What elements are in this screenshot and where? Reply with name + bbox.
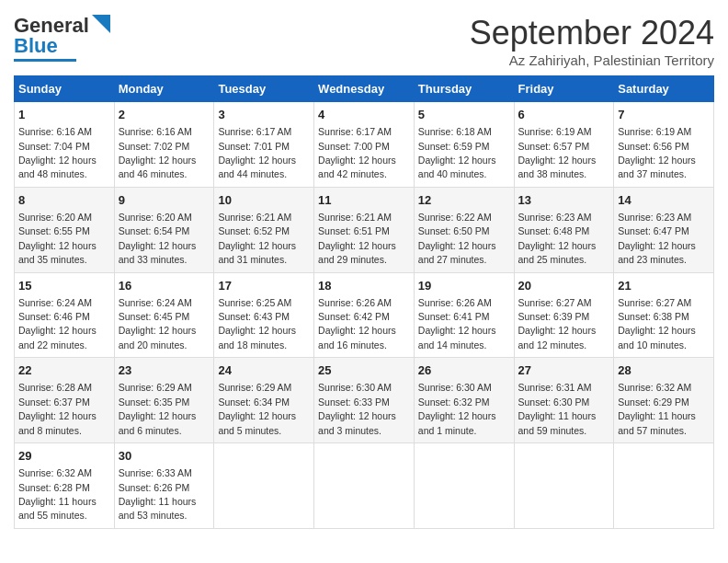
calendar-cell: 25 Sunrise: 6:30 AM Sunset: 6:33 PM Dayl…	[314, 358, 415, 443]
cell-sunrise: Sunrise: 6:26 AM	[318, 297, 392, 308]
header-wednesday: Wednesday	[314, 76, 415, 102]
logo-blue: Blue	[14, 34, 58, 58]
cell-sunset: Sunset: 6:55 PM	[18, 225, 90, 236]
day-number: 15	[18, 278, 110, 294]
day-number: 11	[318, 192, 410, 209]
cell-sunrise: Sunrise: 6:31 AM	[518, 382, 592, 393]
day-number: 7	[618, 107, 710, 123]
cell-sunset: Sunset: 7:02 PM	[119, 141, 190, 152]
calendar-cell	[214, 443, 314, 529]
cell-sunrise: Sunrise: 6:24 AM	[119, 297, 192, 308]
cell-sunrise: Sunrise: 6:16 AM	[119, 126, 192, 137]
cell-daylight: Daylight: 12 hours and 48 minutes.	[18, 155, 97, 179]
cell-sunrise: Sunrise: 6:19 AM	[618, 126, 691, 137]
cell-daylight: Daylight: 12 hours and 35 minutes.	[18, 240, 97, 265]
cell-sunset: Sunset: 6:52 PM	[218, 225, 290, 236]
cell-daylight: Daylight: 11 hours and 59 minutes.	[518, 410, 597, 435]
calendar-cell: 20 Sunrise: 6:27 AM Sunset: 6:39 PM Dayl…	[514, 272, 614, 358]
header-saturday: Saturday	[614, 76, 714, 102]
day-number: 18	[318, 278, 410, 294]
day-number: 3	[218, 107, 310, 123]
cell-sunrise: Sunrise: 6:29 AM	[119, 382, 192, 393]
day-number: 24	[218, 362, 310, 379]
cell-sunset: Sunset: 6:26 PM	[119, 482, 190, 493]
cell-sunrise: Sunrise: 6:28 AM	[18, 382, 92, 393]
calendar-cell: 11 Sunrise: 6:21 AM Sunset: 6:51 PM Dayl…	[314, 187, 415, 272]
day-number: 16	[119, 278, 210, 294]
calendar-cell: 2 Sunrise: 6:16 AM Sunset: 7:02 PM Dayli…	[114, 102, 214, 188]
cell-sunrise: Sunrise: 6:19 AM	[518, 126, 592, 137]
calendar-cell: 18 Sunrise: 6:26 AM Sunset: 6:42 PM Dayl…	[314, 272, 415, 358]
day-number: 27	[518, 362, 610, 379]
day-number: 22	[18, 362, 110, 379]
calendar-cell: 21 Sunrise: 6:27 AM Sunset: 6:38 PM Dayl…	[614, 272, 714, 358]
cell-daylight: Daylight: 12 hours and 18 minutes.	[218, 325, 296, 350]
calendar-cell	[314, 443, 415, 529]
cell-daylight: Daylight: 11 hours and 57 minutes.	[618, 410, 696, 435]
cell-daylight: Daylight: 12 hours and 1 minute.	[418, 410, 496, 435]
calendar-cell: 30 Sunrise: 6:33 AM Sunset: 6:26 PM Dayl…	[114, 443, 214, 529]
calendar-cell: 29 Sunrise: 6:32 AM Sunset: 6:28 PM Dayl…	[15, 443, 115, 529]
calendar-week-row: 8 Sunrise: 6:20 AM Sunset: 6:55 PM Dayli…	[15, 187, 714, 272]
header-monday: Monday	[114, 76, 214, 102]
calendar-week-row: 15 Sunrise: 6:24 AM Sunset: 6:46 PM Dayl…	[15, 272, 714, 358]
cell-sunrise: Sunrise: 6:16 AM	[18, 126, 92, 137]
day-number: 5	[418, 107, 510, 123]
cell-daylight: Daylight: 12 hours and 40 minutes.	[418, 155, 496, 179]
cell-daylight: Daylight: 12 hours and 29 minutes.	[318, 240, 396, 265]
cell-sunrise: Sunrise: 6:24 AM	[18, 297, 92, 308]
day-number: 30	[119, 448, 210, 465]
calendar-cell: 26 Sunrise: 6:30 AM Sunset: 6:32 PM Dayl…	[414, 358, 514, 443]
cell-daylight: Daylight: 12 hours and 38 minutes.	[518, 155, 597, 179]
calendar-cell: 6 Sunrise: 6:19 AM Sunset: 6:57 PM Dayli…	[514, 102, 614, 188]
cell-daylight: Daylight: 12 hours and 6 minutes.	[119, 410, 197, 435]
cell-daylight: Daylight: 12 hours and 3 minutes.	[318, 410, 396, 435]
calendar-cell: 22 Sunrise: 6:28 AM Sunset: 6:37 PM Dayl…	[15, 358, 115, 443]
header-thursday: Thursday	[414, 76, 514, 102]
cell-sunrise: Sunrise: 6:17 AM	[218, 126, 291, 137]
cell-daylight: Daylight: 12 hours and 12 minutes.	[518, 325, 597, 350]
cell-daylight: Daylight: 12 hours and 33 minutes.	[119, 240, 197, 265]
cell-sunrise: Sunrise: 6:17 AM	[318, 126, 392, 137]
cell-daylight: Daylight: 12 hours and 27 minutes.	[418, 240, 496, 265]
cell-daylight: Daylight: 12 hours and 46 minutes.	[119, 155, 197, 179]
calendar-cell: 19 Sunrise: 6:26 AM Sunset: 6:41 PM Dayl…	[414, 272, 514, 358]
day-number: 20	[518, 278, 610, 294]
cell-sunrise: Sunrise: 6:25 AM	[218, 297, 291, 308]
cell-sunrise: Sunrise: 6:32 AM	[18, 467, 92, 478]
day-number: 9	[119, 192, 210, 209]
calendar-header-row: SundayMondayTuesdayWednesdayThursdayFrid…	[15, 76, 714, 102]
calendar-cell: 24 Sunrise: 6:29 AM Sunset: 6:34 PM Dayl…	[214, 358, 314, 443]
day-number: 23	[119, 362, 210, 379]
cell-daylight: Daylight: 12 hours and 37 minutes.	[618, 155, 696, 179]
cell-sunset: Sunset: 6:56 PM	[618, 141, 689, 152]
cell-sunset: Sunset: 6:50 PM	[418, 225, 490, 236]
cell-sunrise: Sunrise: 6:30 AM	[318, 382, 392, 393]
cell-sunset: Sunset: 6:45 PM	[119, 311, 190, 322]
calendar-cell: 8 Sunrise: 6:20 AM Sunset: 6:55 PM Dayli…	[15, 187, 115, 272]
cell-sunset: Sunset: 6:42 PM	[318, 311, 390, 322]
day-number: 28	[618, 362, 710, 379]
cell-sunset: Sunset: 6:39 PM	[518, 311, 590, 322]
calendar-cell: 1 Sunrise: 6:16 AM Sunset: 7:04 PM Dayli…	[15, 102, 115, 188]
cell-sunset: Sunset: 6:48 PM	[518, 225, 590, 236]
calendar-cell: 13 Sunrise: 6:23 AM Sunset: 6:48 PM Dayl…	[514, 187, 614, 272]
logo: General Blue	[14, 14, 110, 62]
cell-daylight: Daylight: 12 hours and 8 minutes.	[18, 410, 97, 435]
location: Az Zahiriyah, Palestinian Territory	[470, 52, 714, 68]
calendar-cell	[514, 443, 614, 529]
logo-arrow-icon	[92, 15, 110, 33]
cell-sunrise: Sunrise: 6:26 AM	[418, 297, 492, 308]
calendar-cell: 17 Sunrise: 6:25 AM Sunset: 6:43 PM Dayl…	[214, 272, 314, 358]
cell-sunrise: Sunrise: 6:20 AM	[119, 212, 192, 223]
cell-daylight: Daylight: 12 hours and 44 minutes.	[218, 155, 296, 179]
calendar-cell: 28 Sunrise: 6:32 AM Sunset: 6:29 PM Dayl…	[614, 358, 714, 443]
cell-sunset: Sunset: 6:46 PM	[18, 311, 90, 322]
cell-sunrise: Sunrise: 6:18 AM	[418, 126, 492, 137]
header-friday: Friday	[514, 76, 614, 102]
cell-daylight: Daylight: 12 hours and 25 minutes.	[518, 240, 597, 265]
cell-sunrise: Sunrise: 6:27 AM	[618, 297, 691, 308]
calendar-cell: 14 Sunrise: 6:23 AM Sunset: 6:47 PM Dayl…	[614, 187, 714, 272]
day-number: 13	[518, 192, 610, 209]
cell-sunset: Sunset: 7:04 PM	[18, 141, 90, 152]
